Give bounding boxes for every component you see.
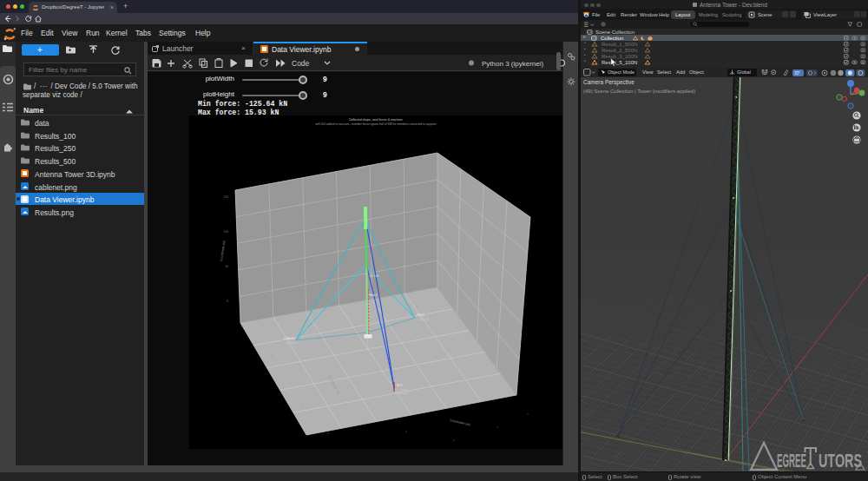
- svg-text:Python 3 (ipykernel): Python 3 (ipykernel): [482, 60, 543, 68]
- svg-text:Deflected shape, axial forces: Deflected shape, axial forces & reaction…: [349, 118, 403, 122]
- svg-text:Code: Code: [292, 59, 310, 68]
- svg-text:Mast 4: Mast 4: [369, 293, 378, 297]
- svg-text:50: 50: [225, 265, 228, 268]
- svg-text:T8 0.4: T8 0.4: [417, 313, 424, 317]
- svg-text:-48.1 kN: -48.1 kN: [369, 274, 378, 278]
- svg-text:UTORS: UTORS: [819, 450, 862, 471]
- svg-text:4.51e+00: 4.51e+00: [286, 341, 298, 345]
- svg-text:Camera Perspective: Camera Perspective: [583, 79, 635, 86]
- svg-text:EGREE: EGREE: [777, 450, 806, 471]
- svg-text:150: 150: [224, 195, 229, 199]
- svg-text:100: 100: [224, 230, 229, 234]
- svg-text:-1.49e+01: -1.49e+01: [283, 337, 295, 340]
- svg-text:with 500 added to reactions -: with 500 added to reactions - member for…: [315, 122, 437, 126]
- svg-text:R2.6: R2.6: [397, 384, 403, 387]
- svg-text:-2.0e+00: -2.0e+00: [418, 318, 429, 321]
- svg-text:-6.2e+00: -6.2e+00: [398, 392, 408, 395]
- svg-text:(49) Scene Collection | Tower: (49) Scene Collection | Tower (modifiers…: [583, 89, 695, 94]
- svg-text:0: 0: [227, 300, 228, 303]
